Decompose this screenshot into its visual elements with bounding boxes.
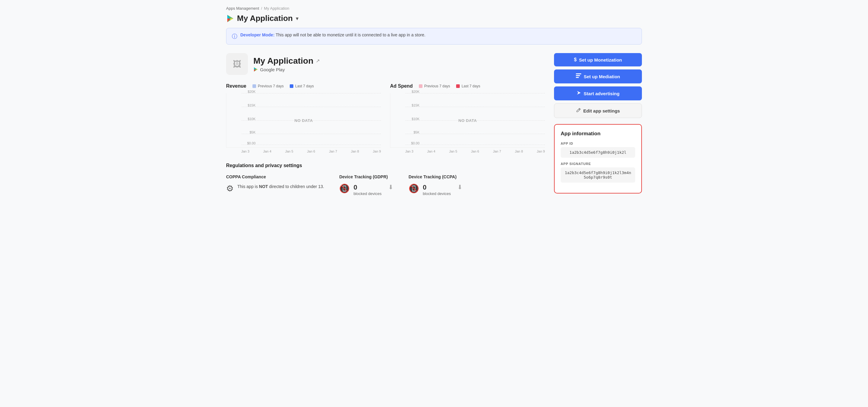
mediation-icon xyxy=(576,74,581,80)
gdpr-desc: blocked devices xyxy=(353,192,381,196)
coppa-item: COPPA Compliance ⚙ This app is NOT direc… xyxy=(226,174,324,196)
ad-spend-grid-line-5: $0.00 xyxy=(405,145,545,145)
ad-spend-x-jan7: Jan 7 xyxy=(493,149,501,153)
app-name: My Application xyxy=(253,56,313,66)
coppa-icon: ⚙ xyxy=(226,183,234,194)
ad-spend-y-label-5: $0.00 xyxy=(405,141,420,145)
info-icon: ⓘ xyxy=(232,33,237,40)
revenue-last-label: Last 7 days xyxy=(295,84,314,88)
breadcrumb-separator: / xyxy=(261,6,262,10)
gdpr-download-icon[interactable]: ⬇ xyxy=(388,183,393,191)
svg-rect-8 xyxy=(576,74,581,74)
google-play-small-icon xyxy=(253,67,258,72)
edit-app-settings-button[interactable]: Edit app settings xyxy=(554,104,642,118)
revenue-legend-last: Last 7 days xyxy=(290,84,314,88)
ccpa-download-icon[interactable]: ⬇ xyxy=(457,183,463,191)
gdpr-label: Device Tracking (GDPR) xyxy=(339,174,393,179)
app-info-header: 🖼 My Application ↗ Google xyxy=(226,53,545,75)
ad-spend-x-jan4: Jan 4 xyxy=(427,149,435,153)
gdpr-stats: 0 blocked devices xyxy=(353,183,381,196)
ad-spend-x-jan3: Jan 3 xyxy=(405,149,413,153)
mediation-label: Set up Mediation xyxy=(584,74,620,79)
breadcrumb: Apps Management / My Application xyxy=(226,6,642,10)
revenue-x-jan4: Jan 4 xyxy=(263,149,271,153)
revenue-last-dot xyxy=(290,84,293,88)
ad-spend-chart-header: Ad Spend Previous 7 days Last 7 days xyxy=(390,83,545,89)
advertising-icon xyxy=(577,90,581,96)
set-up-monetization-button[interactable]: $ Set up Monetization xyxy=(554,53,642,66)
revenue-x-jan6: Jan 6 xyxy=(307,149,315,153)
app-platform: Google Play xyxy=(253,67,320,72)
gdpr-phone-icon: 📵 xyxy=(339,183,350,194)
ad-spend-x-jan6: Jan 6 xyxy=(471,149,479,153)
app-title-row: My Application ▾ xyxy=(226,13,642,23)
page-title: My Application xyxy=(237,13,293,23)
set-up-mediation-button[interactable]: Set up Mediation xyxy=(554,69,642,83)
monetization-icon: $ xyxy=(574,57,577,62)
external-link-icon[interactable]: ↗ xyxy=(316,58,320,64)
dev-mode-message: Developer Mode: This app will not be abl… xyxy=(240,32,426,37)
right-panel: $ Set up Monetization Set up Mediation xyxy=(554,53,642,196)
app-signature-label: APP SIGNATURE xyxy=(561,162,635,166)
ccpa-item: Device Tracking (CCPA) 📵 0 blocked devic… xyxy=(408,174,463,196)
google-play-icon xyxy=(226,14,235,23)
gdpr-count: 0 xyxy=(353,183,381,192)
app-icon-placeholder: 🖼 xyxy=(226,53,248,75)
ad-spend-chart-area: $20K $15K $10K $5K $0.00 xyxy=(390,93,545,148)
ccpa-content: 📵 0 blocked devices ⬇ xyxy=(408,183,463,196)
start-advertising-button[interactable]: Start advertising xyxy=(554,86,642,100)
revenue-chart-area: $20K $15K $10K $5K $0.00 xyxy=(226,93,381,148)
platform-label: Google Play xyxy=(260,67,285,72)
ad-spend-last-dot xyxy=(456,84,460,88)
svg-marker-3 xyxy=(230,19,234,20)
ad-spend-last-label: Last 7 days xyxy=(462,84,480,88)
app-info-card-title: App information xyxy=(561,131,635,137)
ad-spend-y-label-4: $5K xyxy=(405,130,420,134)
app-name-link: My Application ↗ xyxy=(253,56,320,66)
revenue-x-jan3: Jan 3 xyxy=(241,149,249,153)
advertising-label: Start advertising xyxy=(584,91,619,96)
app-signature-value: 1a2b3c4d5e6f7g8h9i0j1k2l3m4n5o6p7q8r9s0t xyxy=(561,167,635,182)
monetization-label: Set up Monetization xyxy=(579,57,622,62)
ccpa-desc: blocked devices xyxy=(423,192,451,196)
revenue-x-jan5: Jan 5 xyxy=(285,149,293,153)
breadcrumb-parent[interactable]: Apps Management xyxy=(226,6,259,10)
developer-mode-banner: ⓘ Developer Mode: This app will not be a… xyxy=(226,28,642,45)
revenue-grid-line-4: $5K xyxy=(242,134,381,134)
revenue-prev-label: Previous 7 days xyxy=(258,84,284,88)
dev-mode-label: Developer Mode: xyxy=(240,32,275,37)
revenue-prev-dot xyxy=(252,84,256,88)
app-signature-field: APP SIGNATURE 1a2b3c4d5e6f7g8h9i0j1k2l3m… xyxy=(561,162,635,182)
svg-rect-10 xyxy=(576,77,579,78)
revenue-legend-prev: Previous 7 days xyxy=(252,84,284,88)
image-placeholder-icon: 🖼 xyxy=(233,59,241,69)
revenue-x-jan8: Jan 8 xyxy=(351,149,359,153)
ad-spend-no-data-label: NO DATA xyxy=(459,118,477,122)
ad-spend-y-label-3: $10K xyxy=(405,117,420,121)
ad-spend-legend-prev: Previous 7 days xyxy=(419,84,450,88)
app-id-field: APP ID 1a2b3c4d5e6f7g8h9i0j1k2l xyxy=(561,142,635,158)
ad-spend-grid-line-4: $5K xyxy=(405,134,545,134)
ad-spend-prev-label: Previous 7 days xyxy=(424,84,450,88)
ccpa-label: Device Tracking (CCPA) xyxy=(408,174,463,179)
ad-spend-y-label-2: $15K xyxy=(405,104,420,107)
edit-icon xyxy=(576,108,581,114)
revenue-y-label-5: $0.00 xyxy=(242,141,255,145)
ccpa-phone-icon: 📵 xyxy=(408,183,419,194)
revenue-chart-header: Revenue Previous 7 days Last 7 days xyxy=(226,83,381,89)
revenue-y-label-2: $15K xyxy=(242,104,255,107)
revenue-x-jan9: Jan 9 xyxy=(373,149,381,153)
ad-spend-prev-dot xyxy=(419,84,423,88)
app-dropdown-arrow[interactable]: ▾ xyxy=(296,15,299,22)
breadcrumb-current: My Application xyxy=(264,6,289,10)
ad-spend-x-axis: Jan 3 Jan 4 Jan 5 Jan 6 Jan 7 Jan 8 Jan … xyxy=(390,149,545,153)
revenue-x-jan7: Jan 7 xyxy=(329,149,337,153)
ccpa-count: 0 xyxy=(423,183,451,192)
coppa-text: This app is NOT directed to children und… xyxy=(237,183,324,190)
compliance-row: COPPA Compliance ⚙ This app is NOT direc… xyxy=(226,174,545,196)
revenue-chart-title: Revenue xyxy=(226,83,246,89)
ad-spend-grid-line-1: $20K xyxy=(405,93,545,93)
ad-spend-x-jan8: Jan 8 xyxy=(515,149,523,153)
revenue-x-axis: Jan 3 Jan 4 Jan 5 Jan 6 Jan 7 Jan 8 Jan … xyxy=(226,149,381,153)
app-information-card: App information APP ID 1a2b3c4d5e6f7g8h9… xyxy=(554,124,642,194)
